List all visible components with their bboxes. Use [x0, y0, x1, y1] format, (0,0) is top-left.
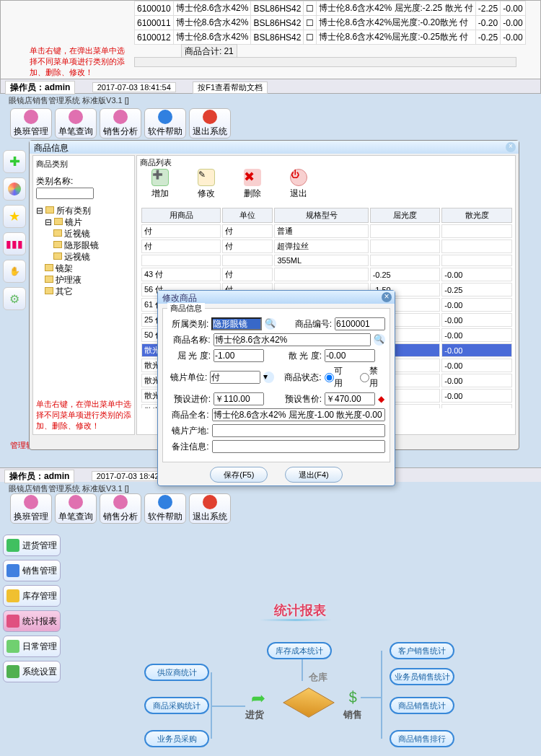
- search-icon[interactable]: 🔍: [265, 318, 276, 330]
- sidebar-icon-chart[interactable]: ▮▮▮: [3, 232, 26, 255]
- code-field[interactable]: [335, 317, 385, 330]
- section-report: 眼镜店销售管理系统 标准版V3.1 [] 换班管理单笔查询销售分析软件帮助退出系…: [0, 488, 541, 756]
- list-label: 商品列表: [140, 157, 172, 168]
- sidemenu-系统设置[interactable]: 系统设置: [3, 661, 61, 682]
- table-row[interactable]: 355ML: [141, 255, 512, 266]
- sidemenu-统计报表[interactable]: 统计报表: [3, 610, 61, 632]
- node-supplier[interactable]: 供应商统计: [144, 664, 209, 681]
- app-title-2: 眼镜店销售管理系统 标准版V3.1 []: [9, 483, 129, 494]
- sidebar-icon-globe[interactable]: [3, 177, 26, 201]
- exit-button[interactable]: ⏻退出: [290, 169, 307, 200]
- node-stock-cost[interactable]: 库存成本统计: [267, 642, 332, 659]
- status-bar-1: 操作员：admin 2017-07-03 18:41:54 按F1查看帮助文档: [1, 79, 540, 93]
- node-sales-rank[interactable]: 商品销售排行: [390, 730, 454, 747]
- section-main: 眼镜店销售管理系统 标准版V3.1 [] 换班管理单笔查询销售分析软件帮助退出系…: [0, 95, 541, 485]
- report-title: 统计报表: [274, 602, 326, 619]
- origin-field[interactable]: [212, 424, 385, 437]
- toolbar-换班管理[interactable]: 换班管理: [10, 493, 52, 524]
- sidemenu-进货管理[interactable]: 进货管理: [3, 535, 61, 556]
- name-field[interactable]: [214, 333, 371, 346]
- app-title: 眼镜店销售管理系统 标准版V3.1 []: [9, 95, 129, 106]
- toolbar-单笔查询[interactable]: 单笔查询: [55, 493, 97, 524]
- main-toolbar-2: 换班管理单笔查询销售分析软件帮助退出系统: [10, 493, 231, 524]
- out-money-icon: ＄: [345, 687, 364, 706]
- dialog-title: 修改商品: [162, 293, 197, 303]
- operator: 操作员：admin: [5, 81, 75, 94]
- action-row: ➕增加 ✎修改 ✖删除 ⏻退出: [151, 169, 307, 200]
- category-panel: 商品类别 类别名称: ⊟ 所有类别 ⊟ 镜片 近视镜 隐形眼镜 远视镜 镜架 护…: [32, 155, 135, 435]
- cat-field[interactable]: [211, 317, 262, 330]
- sidemenu-销售管理[interactable]: 销售管理: [3, 560, 61, 581]
- category-panel-title: 商品类别: [33, 156, 134, 172]
- center-label: 仓库: [309, 671, 327, 684]
- sidebar-icon-add[interactable]: ✚: [3, 150, 26, 173]
- close-icon[interactable]: ×: [506, 142, 516, 152]
- in-label: 进货: [245, 708, 264, 721]
- table-row[interactable]: 6100010博士伦8.6含水42%BSL86HS42☐博士伦8.6含水42% …: [135, 1, 526, 16]
- sidebar-icon-hand[interactable]: ✋: [3, 260, 26, 283]
- table-row[interactable]: 付付普通: [141, 224, 512, 238]
- node-purchase[interactable]: 商品采购统计: [144, 697, 209, 714]
- hint-text-2: 单击右键，在弹出菜单中选择不同菜单项进行类别的添加、删除、修改！: [36, 399, 134, 431]
- cat-name-label: 类别名称:: [36, 176, 73, 186]
- cat-name-input[interactable]: [36, 188, 94, 199]
- state-off-radio[interactable]: [360, 373, 369, 382]
- product-grid-top: 6100010博士伦8.6含水42%BSL86HS42☐博士伦8.6含水42% …: [134, 1, 526, 45]
- category-tree[interactable]: ⊟ 所有类别 ⊟ 镜片 近视镜 隐形眼镜 远视镜 镜架 护理液 其它: [33, 202, 134, 300]
- help-hint: 按F1查看帮助文档: [193, 82, 268, 94]
- table-row[interactable]: 43 付付-0.25-0.00: [141, 268, 512, 281]
- dialog-titlebar[interactable]: 修改商品 ×: [158, 291, 395, 304]
- timestamp: 2017-07-03 18:41:54: [92, 82, 176, 92]
- sidemenu-库存管理[interactable]: 库存管理: [3, 585, 61, 607]
- toolbar-单笔查询[interactable]: 单笔查询: [55, 108, 97, 139]
- dialog-group: 商品信息 所属类别:🔍 商品编号: 商品名称:🔍 屈 光 度: 散 光 度: 镜…: [162, 308, 390, 462]
- table-row[interactable]: 6100012博士伦8.6含水42%BSL86HS42☐博士伦8.6含水42%屈…: [135, 30, 526, 45]
- add-button[interactable]: ➕增加: [151, 169, 169, 200]
- diopter-field[interactable]: [214, 349, 264, 362]
- unit-field[interactable]: [210, 371, 260, 384]
- toolbar-退出系统[interactable]: 退出系统: [189, 493, 231, 524]
- note-field[interactable]: [212, 440, 385, 453]
- fullname-field[interactable]: [212, 408, 385, 421]
- dialog-close-icon[interactable]: ×: [382, 292, 392, 302]
- price-icon: ◆: [378, 394, 384, 404]
- warehouse-icon: [283, 687, 335, 717]
- save-button[interactable]: 保存(F5): [210, 467, 268, 483]
- dropdown-icon[interactable]: ▾: [263, 372, 274, 383]
- node-customer-sales[interactable]: 客户销售统计: [390, 642, 454, 659]
- out-label: 销售: [343, 708, 362, 721]
- search-icon[interactable]: 🔍: [374, 334, 385, 346]
- toolbar-退出系统[interactable]: 退出系统: [189, 108, 231, 139]
- node-staff-purchase[interactable]: 业务员采购: [144, 730, 209, 747]
- table-row[interactable]: 6100011博士伦8.6含水42%BSL86HS42☐博士伦8.6含水42%屈…: [135, 16, 526, 30]
- node-staff-sales[interactable]: 业务员销售统计: [390, 668, 454, 685]
- table-row[interactable]: 付付超弹拉丝: [141, 239, 512, 253]
- toolbar-销售分析[interactable]: 销售分析: [100, 108, 141, 139]
- top-fragment: 6100010博士伦8.6含水42%BSL86HS42☐博士伦8.6含水42% …: [0, 0, 541, 94]
- count-value: 21: [224, 46, 233, 56]
- toolbar-销售分析[interactable]: 销售分析: [100, 493, 141, 524]
- toolbar-换班管理[interactable]: 换班管理: [10, 108, 52, 139]
- cost-field[interactable]: [214, 392, 264, 405]
- scrollbar-horizontal[interactable]: [134, 57, 516, 67]
- state-on-radio[interactable]: [325, 373, 334, 382]
- sidebar-icon-star[interactable]: ★: [3, 205, 26, 228]
- window-titlebar[interactable]: 商品信息 ×: [30, 141, 519, 154]
- toolbar-软件帮助[interactable]: 软件帮助: [144, 108, 186, 139]
- edit-button[interactable]: ✎修改: [198, 169, 215, 200]
- side-menu: 进货管理销售管理库存管理统计报表日常管理系统设置: [3, 531, 61, 686]
- node-product-sales[interactable]: 商品销售统计: [390, 697, 454, 714]
- in-arrow-icon: ➦: [251, 688, 270, 707]
- dialog-exit-button[interactable]: 退出(F4): [285, 467, 343, 483]
- window-title: 商品信息: [34, 143, 69, 153]
- title-underline: [260, 619, 332, 621]
- main-toolbar: 换班管理单笔查询销售分析软件帮助退出系统: [10, 108, 231, 139]
- delete-button[interactable]: ✖删除: [244, 169, 261, 200]
- edit-product-dialog: 修改商品 × 商品信息 所属类别:🔍 商品编号: 商品名称:🔍 屈 光 度: 散…: [157, 290, 395, 486]
- sidemenu-日常管理[interactable]: 日常管理: [3, 636, 61, 657]
- toolbar-软件帮助[interactable]: 软件帮助: [144, 493, 186, 524]
- sidebar-icon-gear[interactable]: ⚙: [3, 287, 26, 310]
- astig-field[interactable]: [325, 349, 375, 362]
- hint-text: 单击右键，在弹出菜单中选择不同菜单项进行类别的添加、删除、修改！: [30, 45, 131, 78]
- price-field[interactable]: [325, 392, 375, 405]
